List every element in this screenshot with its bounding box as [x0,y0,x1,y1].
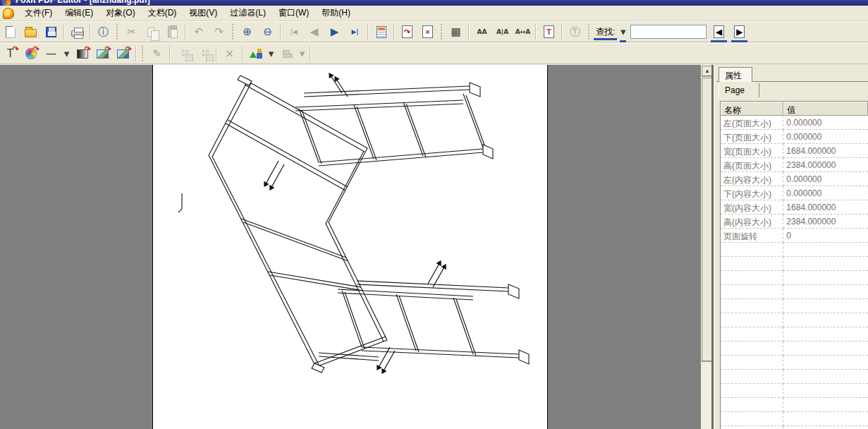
prev-page-button[interactable]: ◀ [305,23,324,41]
insert-image-button[interactable] [114,45,133,63]
property-row-empty [721,370,868,384]
toolbar-grip[interactable] [116,24,119,40]
open-button[interactable] [21,23,40,41]
menu-document[interactable]: 文档(D) [142,6,183,19]
menu-view[interactable]: 视图(V) [183,6,224,19]
toolbar-separator [242,46,243,61]
tab-page[interactable]: Page [719,83,759,97]
property-value[interactable]: 2384.000000 [783,214,868,229]
toolbar-grip[interactable] [440,24,444,40]
toolbar-object: T—▾✎×▾▾ [0,43,868,64]
edit-image-icon [97,49,109,59]
find-options-icon: ▾ [621,27,626,37]
vertical-scrollbar[interactable]: ▲ [701,65,714,429]
paste-button[interactable] [163,23,182,41]
toolbar-separator [169,46,171,61]
menu-edit[interactable]: 编辑(E) [59,6,99,19]
insert-shapes-button[interactable] [246,45,265,63]
print-icon [71,27,84,37]
replace-font-button[interactable]: AA [472,23,491,41]
edit-image-button[interactable] [93,45,112,63]
print-button[interactable] [68,23,87,41]
cut-icon: ✂ [127,27,136,37]
property-value [783,285,868,299]
redo-button[interactable]: ↷ [209,23,228,41]
open-icon [25,27,37,37]
insert-line-button[interactable]: — [42,45,61,63]
property-value[interactable]: 0.000000 [783,116,868,130]
delete-object-button[interactable]: × [220,45,239,63]
menu-window[interactable]: 窗口(W) [272,6,315,19]
toolbar-grip[interactable] [141,46,145,61]
document-info-button[interactable]: ⓘ [94,23,113,41]
property-header-row: 名称值 [721,102,868,116]
property-row: 高(页面大小)2384.000000 [721,158,868,172]
properties-table: 名称值左(页面大小)0.000000下(页面大小)0.000000宽(页面大小)… [720,101,868,429]
rotate-pages-icon: ↷ [402,25,412,38]
undo-button[interactable]: ↶ [189,23,208,41]
toolbar-separator [185,24,186,40]
menu-object[interactable]: 对象(O) [99,6,141,19]
insert-color-button[interactable] [21,45,40,63]
menu-filter[interactable]: 过滤器(L) [224,6,272,19]
property-name [721,285,783,299]
scroll-up-button[interactable]: ▲ [701,65,714,77]
last-page-button[interactable]: ▶| [346,23,365,41]
line-options-dropdown[interactable]: ▾ [62,45,71,63]
insert-text-button[interactable]: T [1,45,20,63]
property-value[interactable]: 1684.000000 [783,200,868,214]
tab-properties[interactable]: 属性 [719,67,752,82]
toolbar-grip[interactable] [587,24,591,40]
text-tool-button[interactable]: Ⓣ [566,23,585,41]
prev-page-icon: ◀ [310,27,319,37]
font-spacing-button[interactable]: A↔A [513,23,532,41]
property-value[interactable]: 2384.000000 [783,158,868,172]
pdf-page[interactable] [152,65,548,429]
edit-object-button[interactable]: ✎ [147,45,166,63]
shapes-options-dropdown[interactable]: ▾ [267,45,276,63]
ungroup-objects-button[interactable] [194,45,213,63]
page-layout-button[interactable] [372,23,391,41]
app-icon[interactable] [3,8,14,19]
first-page-button[interactable]: |◀ [284,23,303,41]
find-options-dropdown[interactable]: ▾ [618,23,628,41]
keyboard-button[interactable]: ▦ [446,23,465,41]
property-value[interactable]: 0.000000 [783,186,868,200]
property-name [721,342,783,356]
find-input[interactable] [630,25,707,39]
import-text-button[interactable]: T [539,23,558,41]
group-objects-button[interactable] [173,45,192,63]
property-value[interactable]: 1684.000000 [783,144,868,158]
property-name [721,243,783,257]
property-value[interactable]: 0.000000 [783,172,868,186]
zoom-in-button[interactable]: ⊕ [238,23,257,41]
copy-button[interactable] [142,23,161,41]
delete-pages-button[interactable]: × [418,23,437,41]
toolbar-separator [561,24,563,40]
save-button[interactable] [42,23,61,41]
rotate-pages-button[interactable]: ↷ [398,23,417,41]
cut-button[interactable]: ✂ [122,23,141,41]
toolbar-separator [310,46,311,61]
property-name [721,426,783,429]
font-width-button[interactable]: A|A [493,23,512,41]
new-document-button[interactable] [1,23,20,41]
align-objects-button[interactable] [277,45,296,63]
find-next-button[interactable]: ▶ [730,23,749,41]
menu-bar: 文件(F)编辑(E)对象(O)文档(D)视图(V)过滤器(L)窗口(W)帮助(H… [0,6,868,21]
scrollbar-thumb[interactable] [701,77,714,362]
property-value [783,412,868,426]
document-canvas[interactable] [0,65,701,429]
align-options-dropdown[interactable]: ▾ [298,45,307,63]
scrollbar-track[interactable] [701,362,714,429]
toolbar-grip[interactable] [231,24,235,40]
window-title: Foxit PDF Editor - [anzhuang.pdf] [16,0,868,5]
menu-help[interactable]: 帮助(H) [315,6,357,19]
menu-file[interactable]: 文件(F) [18,6,59,19]
find-prev-button[interactable]: ◀ [709,23,728,41]
property-value[interactable]: 0 [783,229,868,243]
property-value[interactable]: 0.000000 [783,130,868,144]
next-page-button[interactable]: ▶ [325,23,344,41]
zoom-out-button[interactable]: ⊖ [258,23,277,41]
insert-shading-button[interactable] [73,45,92,63]
